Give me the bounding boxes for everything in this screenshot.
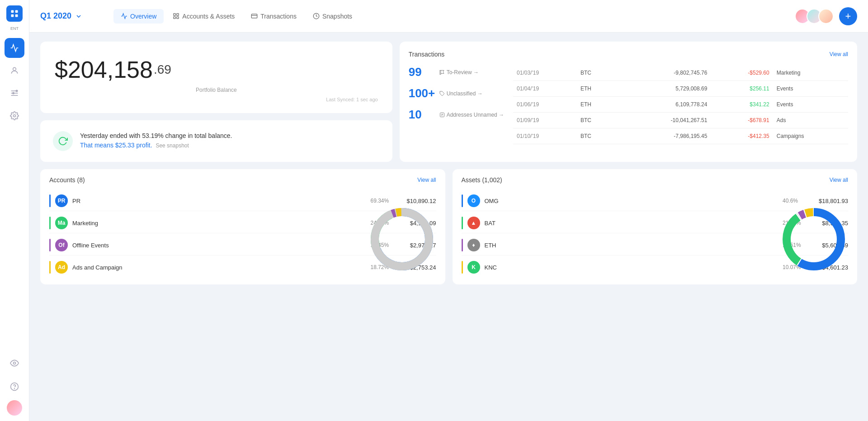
tx-stat-unclassified: 100+ Unclassified →	[409, 86, 504, 100]
tx-currency: BTC	[577, 128, 616, 144]
svg-rect-3	[15, 14, 18, 17]
asset-icon: K	[467, 261, 480, 274]
tab-snapshots-label: Snapshots	[322, 13, 352, 20]
svg-rect-18	[252, 14, 258, 18]
asset-icon: O	[467, 194, 480, 207]
tx-gain-loss: -$412.35	[711, 128, 773, 144]
tab-snapshots[interactable]: Snapshots	[306, 9, 359, 24]
svg-point-8	[16, 90, 17, 91]
account-icon: PR	[55, 194, 68, 207]
svg-rect-17	[177, 17, 179, 19]
tx-to-review-label[interactable]: To-Review →	[439, 69, 479, 76]
portfolio-amount: $204,158 .69	[55, 56, 378, 83]
asset-name: BAT	[485, 220, 778, 227]
tx-unclassified-label[interactable]: Unclassified →	[439, 90, 483, 97]
tx-gain-loss: -$529.60	[711, 65, 773, 81]
asset-icon: ▲	[467, 217, 480, 229]
alert-icon	[53, 131, 73, 151]
period-label: Q1 2020	[40, 11, 71, 21]
header: Q1 2020 Overview Accounts & Assets	[29, 0, 868, 33]
portfolio-label: Portfolio Balance	[55, 87, 378, 93]
accounts-view-all[interactable]: View all	[417, 177, 436, 183]
portfolio-cents: .69	[154, 62, 171, 77]
tx-currency: BTC	[577, 113, 616, 128]
tx-unnamed-label[interactable]: Addresses Unnamed →	[439, 112, 504, 118]
transactions-tab-icon	[251, 13, 258, 19]
avatar-group[interactable]	[795, 9, 834, 24]
tab-accounts-label: Accounts & Assets	[182, 13, 235, 20]
address-icon	[439, 112, 445, 118]
asset-name: OMG	[485, 198, 778, 204]
see-snapshot-link[interactable]: See snapshot	[156, 142, 189, 149]
tx-category: Marketing	[773, 65, 848, 81]
alert-text: Yesterday ended with 53.19% change in to…	[80, 131, 232, 150]
overview-tab-icon	[121, 13, 127, 19]
tx-amount: 5,729,008.69	[616, 81, 711, 97]
assets-title: Assets (1,002)	[462, 176, 502, 184]
svg-point-29	[375, 212, 429, 266]
tx-table: 01/03/'19 BTC -9,802,745.76 -$529.60 Mar…	[513, 65, 848, 144]
tx-category: Events	[773, 81, 848, 97]
period-selector[interactable]: Q1 2020	[40, 11, 99, 21]
tx-gain-loss: $341.22	[711, 97, 773, 113]
header-right: +	[795, 7, 857, 25]
alert-main-text: Yesterday ended with 53.19% change in to…	[80, 132, 232, 139]
account-icon: Ma	[55, 217, 68, 229]
main-content: Q1 2020 Overview Accounts & Assets	[29, 0, 868, 421]
account-name: Marketing	[72, 220, 366, 227]
tx-stats: 99 To-Review → 100+ Unclassified →	[409, 65, 504, 139]
add-button[interactable]: +	[839, 7, 857, 25]
svg-rect-21	[440, 70, 441, 74]
flag-icon	[439, 70, 445, 75]
sidebar-item-rules[interactable]	[5, 83, 24, 103]
color-bar	[462, 194, 463, 207]
account-icon: Ad	[55, 261, 68, 274]
assets-donut-chart	[778, 203, 850, 275]
svg-rect-2	[11, 14, 14, 17]
tx-date: 01/10/'19	[513, 128, 577, 144]
tx-gain-loss: -$678.91	[711, 113, 773, 128]
avatar-3	[818, 9, 834, 24]
assets-card: Assets (1,002) View all O OMG 40.6% $18,…	[453, 169, 858, 284]
assets-view-all[interactable]: View all	[830, 177, 848, 183]
accounts-card-header: Accounts (8) View all	[49, 176, 436, 184]
svg-point-11	[14, 362, 16, 364]
tx-date: 01/09/'19	[513, 113, 577, 128]
accounts-donut	[366, 203, 438, 275]
accounts-title: Accounts (8)	[49, 176, 85, 184]
content-area: $204,158 .69 Portfolio Balance Last Sync…	[29, 33, 868, 421]
color-bar	[462, 239, 463, 251]
tab-overview[interactable]: Overview	[113, 9, 164, 24]
alert-card: Yesterday ended with 53.19% change in to…	[40, 120, 392, 162]
transactions-view-all[interactable]: View all	[830, 51, 848, 57]
tx-date: 01/06/'19	[513, 97, 577, 113]
sidebar-item-overview[interactable]	[5, 38, 24, 58]
chevron-down-icon	[75, 13, 82, 20]
sidebar: ENT	[0, 0, 29, 421]
portfolio-card: $204,158 .69 Portfolio Balance Last Sync…	[40, 42, 392, 113]
top-row: $204,158 .69 Portfolio Balance Last Sync…	[40, 42, 857, 162]
tx-unclassified-num: 100+	[409, 86, 436, 100]
sidebar-item-contacts[interactable]	[5, 61, 24, 80]
accounts-tab-icon	[173, 13, 179, 19]
tab-transactions-label: Transactions	[260, 13, 297, 20]
tx-gain-loss: $256.11	[711, 81, 773, 97]
sidebar-item-help[interactable]	[5, 377, 24, 397]
tx-stat-unnamed: 10 Addresses Unnamed →	[409, 108, 504, 122]
svg-point-4	[13, 67, 16, 71]
transactions-header: Transactions View all	[409, 51, 848, 58]
portfolio-sync: Last Synced: 1 sec ago	[55, 97, 378, 102]
tx-currency: ETH	[577, 81, 616, 97]
tx-unnamed-num: 10	[409, 108, 436, 122]
accounts-card: Accounts (8) View all PR PR 69.34% $10,8…	[40, 169, 445, 284]
tx-currency: ETH	[577, 97, 616, 113]
alert-profit-text[interactable]: That means $25.33 profit.	[80, 142, 152, 149]
tx-stat-to-review: 99 To-Review →	[409, 65, 504, 79]
app-logo[interactable]	[6, 5, 23, 22]
user-avatar-bottom[interactable]	[7, 400, 22, 416]
tab-overview-label: Overview	[130, 13, 156, 20]
tab-transactions[interactable]: Transactions	[244, 9, 304, 24]
sidebar-item-settings[interactable]	[5, 106, 24, 126]
sidebar-item-eye[interactable]	[5, 353, 24, 373]
tab-accounts[interactable]: Accounts & Assets	[165, 9, 242, 24]
